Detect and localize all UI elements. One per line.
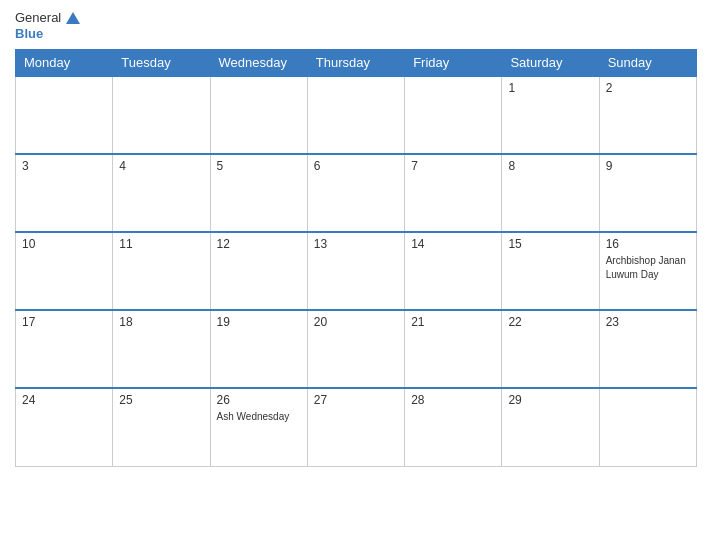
day-number: 26	[217, 393, 301, 407]
calendar-cell: 10	[16, 232, 113, 310]
calendar-cell	[16, 76, 113, 154]
calendar-cell: 14	[405, 232, 502, 310]
day-number: 20	[314, 315, 398, 329]
calendar-cell: 22	[502, 310, 599, 388]
calendar-cell: 20	[307, 310, 404, 388]
calendar-cell: 2	[599, 76, 696, 154]
logo-blue: Blue	[15, 26, 43, 42]
calendar-cell	[113, 76, 210, 154]
calendar-cell	[405, 76, 502, 154]
calendar-container: General Blue MondayTuesdayWednesdayThurs…	[0, 0, 712, 550]
day-number: 5	[217, 159, 301, 173]
day-number: 29	[508, 393, 592, 407]
calendar-header: General Blue	[15, 10, 697, 41]
weekday-header-saturday: Saturday	[502, 50, 599, 77]
weekday-header-friday: Friday	[405, 50, 502, 77]
day-number: 21	[411, 315, 495, 329]
calendar-cell: 19	[210, 310, 307, 388]
day-number: 8	[508, 159, 592, 173]
day-number: 1	[508, 81, 592, 95]
calendar-cell: 6	[307, 154, 404, 232]
day-number: 9	[606, 159, 690, 173]
day-number: 13	[314, 237, 398, 251]
calendar-cell: 29	[502, 388, 599, 466]
day-number: 12	[217, 237, 301, 251]
calendar-cell: 12	[210, 232, 307, 310]
calendar-cell: 5	[210, 154, 307, 232]
day-number: 14	[411, 237, 495, 251]
day-number: 10	[22, 237, 106, 251]
day-number: 22	[508, 315, 592, 329]
logo-triangle-icon	[66, 12, 80, 24]
calendar-cell: 26Ash Wednesday	[210, 388, 307, 466]
day-number: 28	[411, 393, 495, 407]
calendar-cell: 9	[599, 154, 696, 232]
day-number: 16	[606, 237, 690, 251]
calendar-cell: 4	[113, 154, 210, 232]
week-row-2: 3456789	[16, 154, 697, 232]
day-number: 27	[314, 393, 398, 407]
weekday-header-row: MondayTuesdayWednesdayThursdayFridaySatu…	[16, 50, 697, 77]
event-text: Archbishop Janan Luwum Day	[606, 255, 686, 280]
day-number: 6	[314, 159, 398, 173]
day-number: 19	[217, 315, 301, 329]
event-text: Ash Wednesday	[217, 411, 290, 422]
weekday-header-wednesday: Wednesday	[210, 50, 307, 77]
calendar-cell: 24	[16, 388, 113, 466]
weekday-header-sunday: Sunday	[599, 50, 696, 77]
week-row-5: 242526Ash Wednesday272829	[16, 388, 697, 466]
week-row-4: 17181920212223	[16, 310, 697, 388]
calendar-cell: 3	[16, 154, 113, 232]
calendar-cell	[210, 76, 307, 154]
day-number: 18	[119, 315, 203, 329]
calendar-cell: 21	[405, 310, 502, 388]
week-row-1: 12	[16, 76, 697, 154]
weekday-header-monday: Monday	[16, 50, 113, 77]
logo-general: General	[15, 10, 61, 26]
weekday-header-tuesday: Tuesday	[113, 50, 210, 77]
calendar-cell: 27	[307, 388, 404, 466]
calendar-cell: 17	[16, 310, 113, 388]
calendar-cell: 23	[599, 310, 696, 388]
weekday-header-thursday: Thursday	[307, 50, 404, 77]
day-number: 4	[119, 159, 203, 173]
calendar-cell	[307, 76, 404, 154]
day-number: 3	[22, 159, 106, 173]
calendar-cell	[599, 388, 696, 466]
calendar-cell: 11	[113, 232, 210, 310]
calendar-cell: 16Archbishop Janan Luwum Day	[599, 232, 696, 310]
calendar-cell: 8	[502, 154, 599, 232]
calendar-cell: 28	[405, 388, 502, 466]
day-number: 23	[606, 315, 690, 329]
calendar-cell: 18	[113, 310, 210, 388]
calendar-table: MondayTuesdayWednesdayThursdayFridaySatu…	[15, 49, 697, 467]
logo: General Blue	[15, 10, 80, 41]
day-number: 25	[119, 393, 203, 407]
calendar-cell: 7	[405, 154, 502, 232]
calendar-cell: 13	[307, 232, 404, 310]
day-number: 2	[606, 81, 690, 95]
calendar-cell: 15	[502, 232, 599, 310]
day-number: 11	[119, 237, 203, 251]
week-row-3: 10111213141516Archbishop Janan Luwum Day	[16, 232, 697, 310]
day-number: 7	[411, 159, 495, 173]
day-number: 15	[508, 237, 592, 251]
calendar-cell: 1	[502, 76, 599, 154]
day-number: 17	[22, 315, 106, 329]
calendar-cell: 25	[113, 388, 210, 466]
day-number: 24	[22, 393, 106, 407]
